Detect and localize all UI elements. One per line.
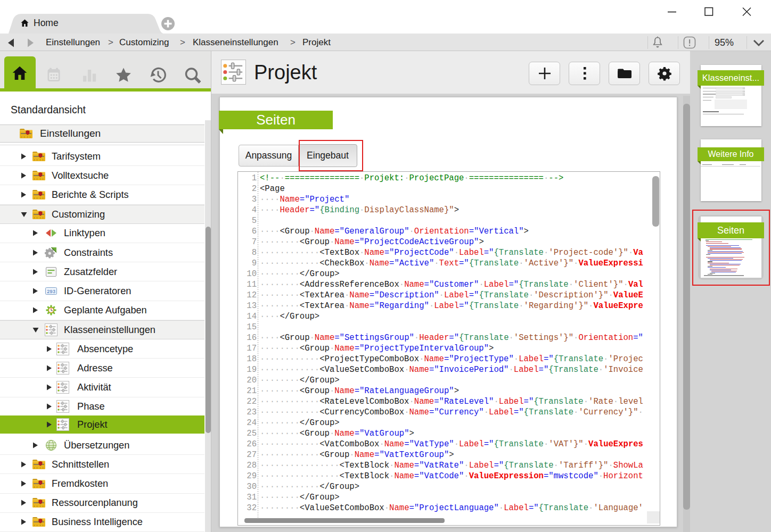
svg-text:293: 293 [47,289,55,294]
